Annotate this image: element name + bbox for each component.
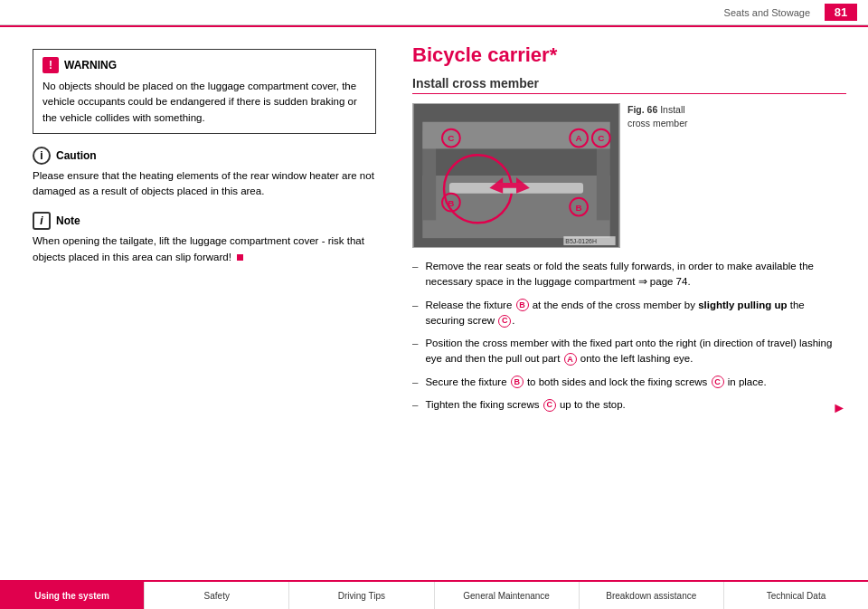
dash-5: – (412, 397, 418, 419)
list-item: – Release the fixture B at the ends of t… (412, 298, 846, 329)
list-item: – Secure the fixture B to both sides and… (412, 375, 846, 390)
note-body: When opening the tailgate, lift the lugg… (33, 235, 364, 262)
svg-text:B: B (576, 203, 582, 213)
nav-label-using: Using the system (34, 591, 109, 601)
dash-3: – (412, 336, 418, 367)
list-item: – Remove the rear seats or fold the seat… (412, 259, 846, 290)
badge-c-2: C (712, 376, 724, 388)
nav-item-using-the-system[interactable]: Using the system (0, 582, 145, 609)
svg-text:C: C (598, 133, 604, 143)
figure-svg: A C C B B B5J-0126H (413, 104, 619, 247)
continue-arrow-icon: ► (832, 397, 846, 419)
nav-item-general-maintenance[interactable]: General Maintenance (435, 582, 580, 609)
caution-title-row: i Caution (33, 147, 376, 165)
warning-body: No objects should be placed on the lugga… (42, 81, 357, 123)
dash-2: – (412, 298, 418, 329)
caution-box: i Caution Please ensure that the heating… (33, 147, 376, 200)
dash-4: – (412, 375, 418, 390)
svg-text:C: C (448, 133, 454, 143)
svg-text:A: A (576, 133, 582, 143)
bullet-text-1: Remove the rear seats or fold the seats … (425, 259, 846, 290)
nav-item-driving-tips[interactable]: Driving Tips (289, 582, 434, 609)
page-number: 81 (825, 4, 857, 21)
header-title: Seats and Stowage (724, 7, 810, 18)
warning-text: No objects should be placed on the lugga… (42, 79, 366, 126)
caution-label: Caution (56, 149, 97, 162)
nav-label-driving: Driving Tips (338, 591, 385, 601)
dash-1: – (412, 259, 418, 290)
note-icon: i (33, 212, 51, 230)
list-item: – Tighten the fixing screws C up to the … (412, 397, 846, 419)
badge-a-1: A (564, 353, 577, 366)
figure-container: A C C B B B5J-0126H (412, 103, 846, 248)
figure-caption-bold: Fig. 66 (627, 104, 657, 115)
svg-text:B5J-0126H: B5J-0126H (565, 238, 597, 244)
caution-icon: i (33, 147, 51, 165)
note-box: i Note When opening the tailgate, lift t… (33, 212, 376, 265)
caution-text: Please ensure that the heating elements … (33, 168, 376, 200)
warning-title-row: ! WARNING (42, 57, 366, 73)
note-text: When opening the tailgate, lift the lugg… (33, 233, 376, 265)
section-title: Bicycle carrier* (412, 43, 846, 67)
warning-icon: ! (42, 57, 59, 73)
figure-caption: Fig. 66 Install cross member (627, 103, 709, 129)
warning-box: ! WARNING No objects should be placed on… (33, 49, 376, 134)
header-rule (0, 25, 868, 27)
nav-label-safety: Safety (204, 591, 230, 601)
nav-label-maintenance: General Maintenance (463, 591, 550, 601)
main-content: ! WARNING No objects should be placed on… (0, 31, 868, 580)
list-item: – Position the cross member with the fix… (412, 336, 846, 367)
nav-label-technical: Technical Data (767, 591, 826, 601)
note-title-row: i Note (33, 212, 376, 230)
note-label: Note (56, 214, 80, 227)
badge-c-1: C (498, 315, 511, 328)
badge-c-3: C (543, 399, 556, 412)
left-column: ! WARNING No objects should be placed on… (0, 31, 398, 580)
bullet-list: – Remove the rear seats or fold the seat… (412, 259, 846, 419)
nav-label-breakdown: Breakdown assistance (606, 591, 696, 601)
svg-text:B: B (448, 198, 454, 208)
bullet-text-2: Release the fixture B at the ends of the… (425, 298, 846, 329)
bullet-text-4: Secure the fixture B to both sides and l… (425, 375, 846, 390)
badge-b-1: B (516, 299, 529, 311)
badge-b-2: B (511, 376, 524, 388)
header-bar: Seats and Stowage 81 (0, 0, 868, 25)
nav-item-technical-data[interactable]: Technical Data (724, 582, 868, 609)
bullet-text-5: Tighten the fixing screws C up to the st… (425, 397, 846, 419)
nav-item-safety[interactable]: Safety (145, 582, 289, 609)
bullet-text-3: Position the cross member with the fixed… (425, 336, 846, 367)
right-column: Bicycle carrier* Install cross member (398, 31, 868, 580)
warning-label: WARNING (64, 59, 117, 71)
bottom-nav: Using the system Safety Driving Tips Gen… (0, 580, 868, 609)
end-square-icon (237, 254, 243, 261)
subsection-title: Install cross member (412, 76, 846, 94)
nav-item-breakdown-assistance[interactable]: Breakdown assistance (580, 582, 724, 609)
figure-image: A C C B B B5J-0126H (412, 103, 620, 248)
